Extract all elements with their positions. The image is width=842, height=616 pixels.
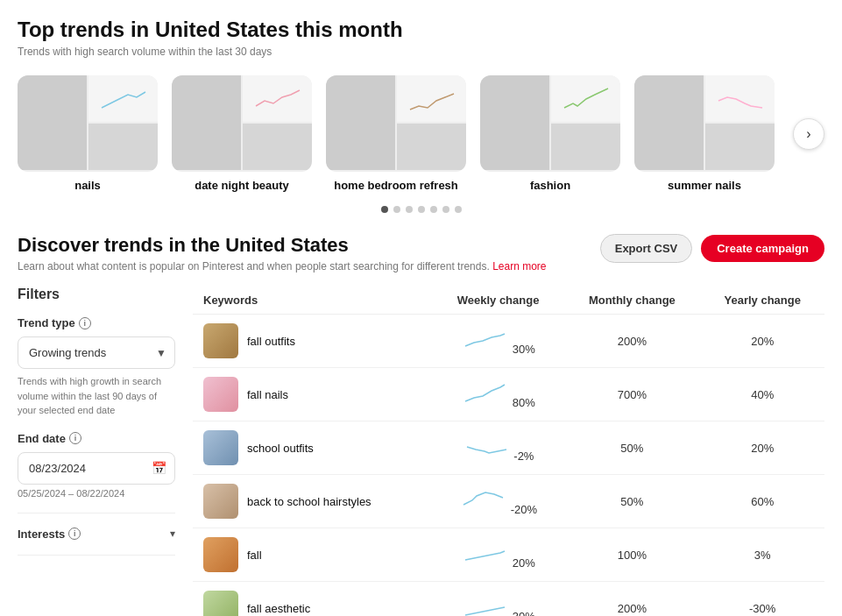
trends-carousel: nails date night beauty — [18, 75, 824, 192]
filter-divider-2 — [18, 555, 175, 556]
trend-thumb-beauty-large — [172, 75, 241, 170]
trend-chart-snails — [705, 75, 775, 122]
trend-label-summer-nails: summer nails — [668, 179, 741, 192]
trend-thumb-bedroom-large — [326, 75, 395, 170]
trend-label-bedroom: home bedroom refresh — [334, 179, 458, 192]
monthly-school-outfits: 50% — [563, 421, 700, 475]
monthly-fall: 100% — [563, 528, 700, 582]
export-csv-button[interactable]: Export CSV — [600, 234, 693, 263]
trend-card-summer-nails[interactable]: summer nails — [634, 75, 775, 192]
trend-type-select[interactable]: Growing trends Top trends Seasonal trend… — [18, 336, 175, 369]
page-subtitle: Trends with high search volume within th… — [18, 46, 824, 58]
sparkline-fall — [461, 541, 509, 567]
sparkline-fall-nails — [461, 380, 509, 407]
filters-sidebar: Filters Trend type i Growing trends Top … — [18, 287, 193, 616]
weekly-fall-aesthetic: 30% — [433, 582, 563, 617]
discover-titles: Discover trends in the United States Lea… — [18, 234, 547, 273]
filter-divider — [18, 513, 175, 513]
weekly-fall-nails: 80% — [433, 368, 563, 421]
trend-card-nails[interactable]: nails — [18, 75, 158, 192]
sparkline-fall-outfits — [461, 327, 509, 353]
keywords-table: Keywords Weekly change Monthly change Ye… — [193, 287, 824, 616]
trend-card-beauty[interactable]: date night beauty — [172, 75, 312, 192]
trend-thumb-nails-sm1 — [88, 124, 158, 170]
trend-label-fashion: fashion — [530, 179, 570, 192]
table-row[interactable]: fall outfits 30% 200% 20% — [193, 315, 824, 368]
sparkline-school-hair — [459, 487, 507, 513]
trend-thumb-snails-sm1 — [705, 124, 775, 170]
filter-group-end-date: End date i 📅 05/25/2024 – 08/22/2024 — [18, 432, 175, 499]
weekly-school-outfits: -2% — [433, 421, 563, 475]
sparkline-school-outfits — [463, 434, 511, 460]
trend-label-beauty: date night beauty — [195, 179, 289, 192]
table-row[interactable]: fall aesthetic 30% 200% -30% — [193, 582, 824, 617]
yearly-fall-outfits: 20% — [700, 315, 824, 368]
header-buttons: Export CSV Create campaign — [600, 234, 824, 263]
create-campaign-button[interactable]: Create campaign — [701, 235, 824, 262]
keyword-thumb-fall-aesthetic — [203, 591, 238, 616]
trend-thumb-fashion-sm1 — [551, 124, 620, 170]
col-header-yearly: Yearly change — [700, 287, 824, 315]
keyword-cell-fall-aesthetic: fall aesthetic — [193, 582, 433, 617]
trend-chart-fashion — [551, 75, 620, 122]
discover-header: Discover trends in the United States Lea… — [18, 234, 824, 273]
carousel-dot-5[interactable] — [442, 206, 449, 213]
page-title: Top trends in United States this month — [18, 18, 824, 42]
filters-title: Filters — [18, 287, 175, 302]
keyword-thumb-fall — [203, 537, 238, 572]
trend-type-label: Trend type i — [18, 316, 175, 329]
weekly-fall-outfits: 30% — [433, 315, 563, 368]
trend-type-hint: Trends with high growth in search volume… — [18, 374, 175, 418]
trend-card-bedroom-images — [326, 75, 466, 172]
carousel-dot-4[interactable] — [430, 206, 437, 213]
interests-info-icon[interactable]: i — [68, 527, 81, 540]
yearly-fall: 3% — [700, 528, 824, 582]
trend-card-nails-images — [18, 75, 158, 172]
learn-more-link[interactable]: Learn more — [492, 260, 546, 273]
carousel-dot-3[interactable] — [418, 206, 425, 213]
trend-card-bedroom[interactable]: home bedroom refresh — [326, 75, 466, 192]
yearly-school-hair: 60% — [700, 475, 824, 528]
keyword-name-fall-outfits: fall outfits — [247, 335, 295, 348]
col-header-weekly: Weekly change — [433, 287, 563, 315]
keyword-thumb-fall-nails — [203, 377, 238, 412]
end-date-label: End date i — [18, 432, 175, 445]
trend-card-fashion-images — [480, 75, 620, 172]
carousel-dot-2[interactable] — [406, 206, 413, 213]
weekly-fall: 20% — [433, 528, 563, 582]
table-row[interactable]: school outfits -2% 50% 20% — [193, 421, 824, 475]
table-row[interactable]: fall nails 80% 700% 40% — [193, 368, 824, 421]
table-row[interactable]: fall 20% 100% 3% — [193, 528, 824, 582]
trend-card-fashion[interactable]: fashion — [480, 75, 620, 192]
carousel-dots — [18, 206, 824, 213]
filter-group-trend-type: Trend type i Growing trends Top trends S… — [18, 316, 175, 418]
date-input-wrapper: 📅 — [18, 452, 175, 485]
keyword-cell-fall: fall — [193, 528, 433, 582]
keyword-cell-fall-nails: fall nails — [193, 368, 433, 421]
keywords-table-wrap: Keywords Weekly change Monthly change Ye… — [193, 287, 824, 616]
calendar-icon[interactable]: 📅 — [152, 461, 166, 475]
keyword-name-school-hair: back to school hairstyles — [247, 495, 371, 508]
table-row[interactable]: back to school hairstyles -20% 50% 60% — [193, 475, 824, 528]
carousel-dot-1[interactable] — [393, 206, 400, 213]
end-date-info-icon[interactable]: i — [69, 432, 81, 444]
carousel-next-button[interactable]: › — [793, 118, 824, 150]
table-body: fall outfits 30% 200% 20% — [193, 315, 824, 617]
trend-chart-bedroom — [397, 75, 466, 122]
carousel-dot-0[interactable] — [381, 206, 388, 213]
keyword-name-school-outfits: school outfits — [247, 442, 314, 455]
keyword-thumb-school-hair — [203, 484, 238, 519]
carousel-dot-6[interactable] — [455, 206, 462, 213]
yearly-school-outfits: 20% — [700, 421, 824, 475]
keyword-cell-school-hair: back to school hairstyles — [193, 475, 433, 528]
interests-row[interactable]: Interests i ▾ — [18, 527, 175, 541]
table-scroll-area[interactable]: Keywords Weekly change Monthly change Ye… — [193, 287, 824, 616]
trend-label-nails: nails — [74, 179, 101, 192]
monthly-school-hair: 50% — [563, 475, 700, 528]
interests-chevron-icon: ▾ — [170, 527, 175, 540]
keyword-cell-fall-outfits: fall outfits — [193, 315, 433, 368]
trend-chart-beauty — [243, 75, 312, 122]
trend-type-info-icon[interactable]: i — [79, 317, 91, 329]
col-header-keywords: Keywords — [193, 287, 433, 315]
trend-thumb-nails-large — [18, 75, 87, 170]
